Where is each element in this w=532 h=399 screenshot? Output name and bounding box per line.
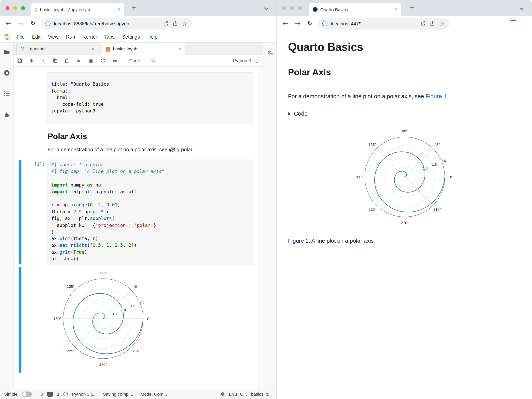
file-browser-icon[interactable] <box>3 49 10 55</box>
execution-count: [1]: <box>21 160 47 264</box>
kernel-name[interactable]: Python 3 <box>233 58 251 63</box>
svg-text:180°: 180° <box>53 316 61 321</box>
menu-kernel[interactable]: Kernel <box>79 34 100 40</box>
window-close-button[interactable] <box>282 6 286 10</box>
cell-collapser[interactable] <box>19 160 21 264</box>
share-icon[interactable] <box>429 21 435 26</box>
tab-close-icon[interactable]: × <box>178 46 181 52</box>
raw-cell-source[interactable]: ---title: "Quarto Basics"format: html: c… <box>48 72 253 123</box>
menu-run[interactable]: Run <box>62 34 79 40</box>
new-tab-button[interactable]: + <box>132 4 136 12</box>
raw-line: jupyter: python3 <box>51 108 249 114</box>
share-icon[interactable] <box>172 21 178 26</box>
kernel-status-text[interactable]: Python 3 |... <box>72 392 95 397</box>
cut-icon[interactable]: ✂ <box>41 58 46 63</box>
tab-notebook[interactable]: basics.ipynb × <box>102 43 185 55</box>
svg-text:2.0: 2.0 <box>441 159 446 162</box>
bookmark-star-icon[interactable]: ☆ <box>439 20 445 27</box>
paste-icon[interactable] <box>64 58 70 63</box>
jupyter-favicon-icon <box>34 8 38 11</box>
browser-menu-icon[interactable]: ⋮ <box>519 20 527 27</box>
svg-text:270°: 270° <box>401 221 408 225</box>
reload-button[interactable]: ↻ <box>306 21 314 26</box>
code-cell: [1]: #| label: fig-polar#| fig-cap: "A l… <box>14 160 263 264</box>
tab-close-icon[interactable]: × <box>117 7 121 12</box>
cell-collapser[interactable] <box>19 72 21 123</box>
running-sessions-icon[interactable] <box>3 69 10 76</box>
code-fold-summary[interactable]: Code <box>288 110 521 117</box>
code-fold-label: Code <box>294 110 308 117</box>
raw-line: --- <box>51 74 249 81</box>
browser-menu-icon[interactable]: ⋮ <box>263 20 272 27</box>
page-title: Quarto Basics <box>288 41 521 54</box>
forward-button[interactable]: → <box>17 20 25 27</box>
kernel-status-icon[interactable] <box>254 59 259 63</box>
add-cell-icon[interactable] <box>29 58 34 63</box>
menu-view[interactable]: View <box>44 34 62 40</box>
copy-icon[interactable] <box>53 58 58 63</box>
address-bar[interactable]: i localhost:8888/lab/tree/basics.ipynb ☆ <box>41 18 192 29</box>
menu-settings[interactable]: Settings <box>118 34 144 40</box>
tab-launcher[interactable]: Launcher × <box>16 43 98 55</box>
tab-search-chevron-icon[interactable] <box>264 6 268 10</box>
code-line: r = np.arange(0, 2, 0.01) <box>51 202 249 209</box>
back-button[interactable]: ← <box>282 20 289 27</box>
kernels-count[interactable]: 1 <box>57 392 59 397</box>
window-zoom-button[interactable] <box>298 6 302 10</box>
browser-toolbar: ← → ↻ i localhost:8888/lab/tree/basics.i… <box>0 16 276 31</box>
address-bar[interactable]: i localhost:4479 ☆ <box>318 18 449 29</box>
menu-tabs[interactable]: Tabs <box>100 34 118 40</box>
code-line: ) <box>51 229 249 235</box>
browser-tab[interactable]: basics.ipynb - JupyterLab × <box>31 3 124 16</box>
tab-search-chevron-icon[interactable] <box>519 6 524 10</box>
menu-help[interactable]: Help <box>144 34 161 40</box>
simple-mode-label: Simple <box>4 392 18 397</box>
extensions-icon[interactable] <box>3 111 10 117</box>
cursor-position[interactable]: Ln 1, C... <box>229 392 247 397</box>
window-zoom-button[interactable] <box>21 6 25 10</box>
url-text[interactable]: localhost:8888/lab/tree/basics.ipynb <box>54 21 159 26</box>
svg-text:0°: 0° <box>449 175 452 179</box>
back-button[interactable]: ← <box>5 20 12 27</box>
tab-label: Launcher <box>27 46 46 51</box>
notebook-scrollbar[interactable] <box>258 67 262 389</box>
new-tab-button[interactable]: + <box>410 4 414 12</box>
tab-label: basics.ipynb <box>113 46 137 52</box>
quarto-favicon-icon <box>313 7 317 12</box>
profile-sync-indicator <box>510 20 516 21</box>
open-in-window-icon[interactable] <box>420 21 426 26</box>
toggle-knob <box>22 392 26 396</box>
restart-kernel-icon[interactable] <box>100 58 106 63</box>
menu-edit[interactable]: Edit <box>28 34 44 40</box>
forward-button[interactable]: → <box>294 20 301 27</box>
figure-link[interactable]: Figure 1 <box>425 93 447 100</box>
kernel-icon <box>63 392 68 396</box>
terminals-count[interactable]: 0 <box>41 392 43 397</box>
window-close-button[interactable] <box>6 6 10 10</box>
menu-file[interactable]: File <box>13 34 28 40</box>
code-line: subplot_kw = {'projection': 'polar'} <box>51 222 249 229</box>
open-in-window-icon[interactable] <box>163 21 169 26</box>
reload-button[interactable]: ↻ <box>29 21 37 26</box>
window-minimize-button[interactable] <box>13 6 17 10</box>
url-text[interactable]: localhost:4479 <box>331 21 417 26</box>
simple-mode-toggle[interactable] <box>22 391 32 397</box>
cell-collapser[interactable] <box>19 126 21 157</box>
site-info-icon[interactable]: i <box>45 21 51 26</box>
stop-icon[interactable]: ■ <box>88 58 94 63</box>
output-collapser[interactable] <box>19 267 21 373</box>
tab-close-icon[interactable]: × <box>92 46 95 51</box>
site-info-icon[interactable]: i <box>322 21 328 26</box>
property-inspector-gear-icon[interactable]: ⚙⚙ <box>267 49 272 389</box>
tab-close-icon[interactable]: × <box>394 7 398 12</box>
code-cell-source[interactable]: #| label: fig-polar#| fig-cap: "A line p… <box>48 160 253 264</box>
window-minimize-button[interactable] <box>290 6 294 10</box>
restart-run-all-icon[interactable]: ▶▶ <box>112 58 119 63</box>
cell-type-dropdown[interactable]: Code <box>129 58 155 63</box>
save-icon[interactable] <box>17 58 22 63</box>
run-icon[interactable]: ▶ <box>76 58 82 63</box>
table-of-contents-icon[interactable] <box>3 90 10 97</box>
browser-tab[interactable]: Quarto Basics × <box>309 3 401 16</box>
bookmark-star-icon[interactable]: ☆ <box>182 20 188 27</box>
cell-prompt <box>21 72 47 123</box>
